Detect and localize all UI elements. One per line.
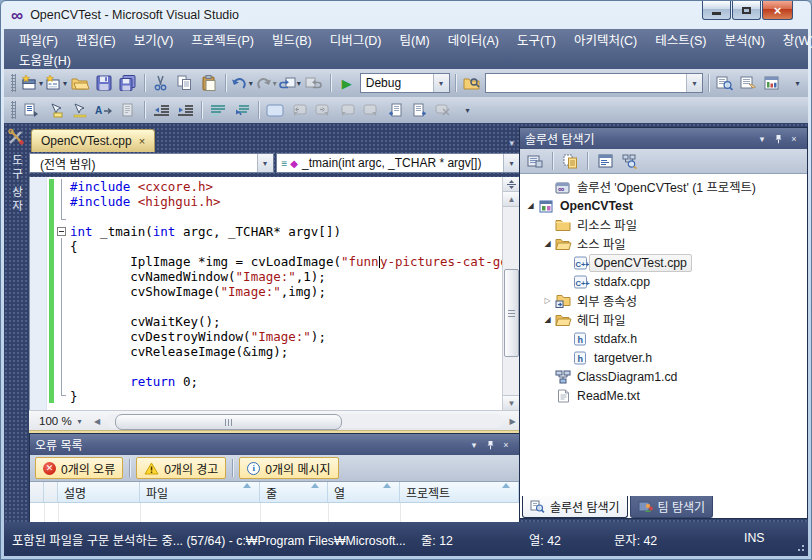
vertical-scrollbar[interactable]: ▲ ▼ — [502, 177, 520, 410]
save-button[interactable] — [93, 72, 115, 94]
column-header-project[interactable]: 프로젝트 — [400, 482, 519, 502]
document-tab-opencvtest[interactable]: OpenCVTest.cpp × — [31, 129, 155, 152]
solution-explorer-toolbar-button[interactable] — [714, 72, 736, 94]
maximize-button[interactable] — [732, 1, 761, 20]
menu-item[interactable]: 테스트(S) — [646, 28, 715, 51]
indicator-margin[interactable] — [30, 177, 47, 410]
folder-source-files[interactable]: ◢소스 파일 — [520, 234, 807, 253]
collapse-icon[interactable]: ◢ — [524, 201, 537, 210]
show-all-files-button[interactable] — [559, 150, 581, 172]
previous-bookmark-button[interactable] — [288, 99, 310, 121]
column-header-file[interactable]: 파일 — [140, 482, 260, 502]
pin-icon[interactable] — [482, 437, 498, 452]
uncomment-selection-button[interactable] — [231, 99, 253, 121]
previous-bookmark-in-folder-button[interactable] — [336, 99, 358, 121]
save-all-button[interactable] — [117, 72, 139, 94]
previous-bookmark-in-document-button[interactable] — [384, 99, 406, 121]
scope-combo[interactable]: (전역 범위) ▾ — [29, 153, 274, 173]
tab-team-explorer[interactable]: 팀 탐색기 — [630, 496, 714, 518]
column-header-line[interactable]: 줄 — [260, 482, 328, 502]
open-file-button[interactable] — [69, 72, 91, 94]
menu-item[interactable]: 분석(N) — [715, 28, 773, 51]
scroll-left-icon[interactable]: ◀ — [90, 417, 105, 426]
solution-explorer-title-bar[interactable]: 솔루션 탐색기 ▾ × — [520, 128, 807, 149]
undo-button[interactable]: ▾ — [231, 72, 253, 94]
object-browser-button[interactable] — [762, 72, 784, 94]
file-targetver-h[interactable]: htargetver.h — [520, 348, 807, 367]
folder-resource-files[interactable]: 리소스 파일 — [520, 215, 807, 234]
collapse-icon[interactable]: ◢ — [541, 315, 554, 324]
tab-solution-explorer[interactable]: 솔루션 탐색기 — [522, 496, 628, 518]
file-classdiagram[interactable]: ClassDiagram1.cd — [520, 367, 807, 386]
scroll-down-icon[interactable]: ▼ — [503, 395, 520, 410]
collapse-icon[interactable]: ◢ — [541, 239, 554, 248]
toolbar-grip[interactable] — [11, 101, 16, 119]
scroll-up-icon[interactable]: ▲ — [503, 192, 520, 207]
navigate-backward-button[interactable]: ▾ — [279, 72, 301, 94]
cut-button[interactable] — [150, 72, 172, 94]
horizontal-scrollbar[interactable] — [107, 414, 503, 428]
next-bookmark-in-folder-button[interactable] — [360, 99, 382, 121]
solution-node[interactable]: ∞솔루션 'OpenCVTest' (1 프로젝트) — [520, 177, 807, 196]
folder-header-files[interactable]: ◢헤더 파일 — [520, 310, 807, 329]
file-readme[interactable]: ReadMe.txt — [520, 386, 807, 405]
close-icon[interactable]: × — [498, 437, 514, 452]
errors-filter-button[interactable]: ✕ 0개의 오류 — [35, 457, 123, 479]
class-view-button[interactable] — [619, 150, 641, 172]
document-list-dropdown[interactable]: ▾ — [503, 138, 520, 152]
column-header-blank[interactable] — [44, 482, 58, 502]
close-icon[interactable]: × — [786, 131, 802, 146]
new-project-button[interactable]: ▾ — [21, 72, 43, 94]
code-editor[interactable]: #include <cxcore.h>#include <highgui.h>i… — [29, 177, 520, 410]
menu-item[interactable]: 빌드(B) — [263, 28, 321, 51]
redo-button[interactable]: ▾ — [255, 72, 277, 94]
debug-configuration-combo[interactable]: Debug ▾ — [360, 73, 450, 93]
menu-item[interactable]: 데이터(A) — [439, 28, 508, 51]
menu-item[interactable]: 팀(M) — [391, 28, 439, 51]
project-node[interactable]: ◢OpenCVTest — [520, 196, 807, 215]
error-list-body[interactable] — [30, 503, 519, 523]
split-editor-handle[interactable] — [503, 177, 520, 192]
navigate-forward-button[interactable] — [303, 72, 325, 94]
menu-item[interactable]: 창(W) — [774, 28, 812, 51]
toggle-bookmark-button[interactable] — [264, 99, 286, 121]
collapse-region-button[interactable] — [57, 227, 66, 236]
error-list-title-bar[interactable]: 오류 목록 ▾ × — [30, 434, 519, 455]
paste-button[interactable] — [198, 72, 220, 94]
next-bookmark-button[interactable] — [312, 99, 334, 121]
menu-item[interactable]: 아키텍처(C) — [565, 28, 646, 51]
properties-window-button[interactable] — [738, 72, 760, 94]
add-item-button[interactable]: ▾ — [45, 72, 67, 94]
search-combo[interactable]: ▾ — [485, 73, 703, 93]
horizontal-scroll-thumb[interactable] — [115, 414, 342, 430]
title-bar[interactable]: ∞ OpenCVTest - Microsoft Visual Studio — [1, 1, 811, 29]
quick-info-button[interactable] — [69, 99, 91, 121]
folder-external-deps[interactable]: ▷외부 종속성 — [520, 291, 807, 310]
toolbar-overflow-button[interactable]: ▾ — [786, 72, 808, 94]
next-bookmark-in-document-button[interactable] — [408, 99, 430, 121]
menu-item[interactable]: 도구(T) — [508, 28, 565, 51]
toolbar-grip[interactable] — [11, 74, 16, 92]
decrease-indent-button[interactable] — [150, 99, 172, 121]
menu-item[interactable]: 보기(V) — [125, 28, 183, 51]
insert-snippet-button[interactable] — [117, 99, 139, 121]
word-completion-button[interactable]: A — [93, 99, 115, 121]
menu-item[interactable]: 디버그(D) — [321, 28, 391, 51]
find-in-files-button[interactable] — [461, 72, 483, 94]
expand-icon[interactable]: ▷ — [541, 296, 554, 305]
column-header-column[interactable]: 열 — [328, 482, 400, 502]
warnings-filter-button[interactable]: 0개의 경고 — [136, 457, 226, 479]
comment-selection-button[interactable] — [207, 99, 229, 121]
window-menu-icon[interactable]: ▾ — [466, 437, 482, 452]
pin-icon[interactable] — [770, 131, 786, 146]
start-debugging-button[interactable]: ▶ — [336, 72, 358, 94]
properties-button[interactable] — [524, 150, 546, 172]
toolbar-overflow-button[interactable]: ▾ — [456, 99, 478, 121]
column-header-blank[interactable] — [30, 482, 44, 502]
zoom-level-combo[interactable]: 100 % — [29, 415, 78, 427]
increase-indent-button[interactable] — [174, 99, 196, 121]
resize-grip[interactable] — [795, 542, 805, 552]
clear-bookmarks-button[interactable] — [432, 99, 454, 121]
file-stdafx-h[interactable]: hstdafx.h — [520, 329, 807, 348]
window-menu-icon[interactable]: ▾ — [754, 131, 770, 146]
